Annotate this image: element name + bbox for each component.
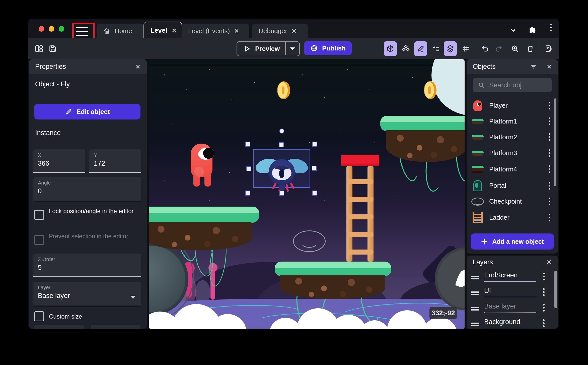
tab-debugger[interactable]: Debugger bbox=[252, 24, 308, 38]
resize-handle-e[interactable] bbox=[312, 166, 317, 171]
layer-menu-kebab-icon[interactable] bbox=[543, 322, 545, 324]
resize-handle-sw[interactable] bbox=[245, 191, 250, 196]
objects-panel-header: Objects bbox=[467, 59, 558, 74]
drag-handle-icon[interactable] bbox=[471, 276, 479, 277]
edit-object-label: Edit object bbox=[77, 108, 110, 116]
chevron-down-icon[interactable] bbox=[509, 26, 518, 35]
resize-handle-nw[interactable] bbox=[245, 142, 250, 147]
resize-handle-w[interactable] bbox=[246, 166, 251, 171]
layer-menu-kebab-icon[interactable] bbox=[543, 276, 545, 277]
custom-size-label: Custom size bbox=[49, 312, 82, 321]
search-input[interactable]: Search obj... bbox=[473, 78, 552, 92]
platform-grass[interactable] bbox=[149, 207, 259, 223]
checkpoint-eye[interactable] bbox=[293, 230, 326, 252]
publish-button[interactable]: Publish bbox=[304, 41, 352, 55]
object-row-platform4[interactable]: Platform4 bbox=[467, 161, 558, 177]
layers-title: Layers bbox=[473, 258, 546, 266]
tab-level-events[interactable]: Level (Events) bbox=[182, 24, 249, 38]
properties-panel-icon[interactable] bbox=[414, 41, 427, 56]
moon[interactable] bbox=[431, 59, 465, 115]
object-row-platform1[interactable]: Platform1 bbox=[467, 113, 558, 129]
coin[interactable] bbox=[424, 81, 436, 99]
object-row-portal[interactable]: Portal bbox=[467, 178, 558, 194]
z-order-field[interactable]: Z Order 5 bbox=[33, 254, 141, 277]
preview-dropdown-button[interactable] bbox=[286, 47, 299, 50]
object-row-ladder[interactable]: Ladder bbox=[467, 210, 558, 225]
macos-zoom-button[interactable] bbox=[59, 26, 64, 32]
object-menu-kebab-icon[interactable] bbox=[549, 185, 550, 187]
object-row-platform2[interactable]: Platform2 bbox=[467, 129, 558, 145]
layer-menu-kebab-icon[interactable] bbox=[543, 291, 545, 293]
macos-minimize-button[interactable] bbox=[49, 26, 54, 32]
filter-icon[interactable] bbox=[530, 63, 537, 70]
close-icon[interactable] bbox=[291, 28, 297, 34]
save-icon[interactable] bbox=[46, 41, 59, 56]
main-menu-button[interactable] bbox=[76, 23, 88, 40]
layers-scrollbar[interactable] bbox=[554, 271, 557, 308]
macos-close-button[interactable] bbox=[39, 26, 44, 32]
fly-eye bbox=[272, 166, 291, 180]
drag-handle-icon[interactable] bbox=[471, 307, 479, 308]
object-menu-kebab-icon[interactable] bbox=[549, 201, 550, 202]
redo-icon[interactable] bbox=[492, 41, 505, 56]
platform-grass[interactable] bbox=[275, 262, 391, 276]
object-menu-kebab-icon[interactable] bbox=[549, 168, 550, 170]
layers-panel-icon[interactable] bbox=[444, 41, 457, 56]
tab-level[interactable]: Level bbox=[143, 22, 182, 39]
layout-panels-icon[interactable] bbox=[32, 41, 45, 56]
x-field[interactable]: X 366 bbox=[33, 149, 85, 173]
angle-field[interactable]: Angle 0 bbox=[33, 177, 141, 201]
layer-row-ui[interactable]: UI bbox=[467, 284, 558, 300]
platform-grass[interactable] bbox=[380, 116, 465, 131]
scene-properties-icon[interactable] bbox=[542, 41, 555, 56]
trash-icon[interactable] bbox=[524, 41, 537, 56]
tab-home[interactable]: Home bbox=[97, 24, 144, 38]
rotate-handle[interactable] bbox=[279, 129, 284, 134]
custom-size-checkbox[interactable] bbox=[34, 311, 44, 321]
grid-icon[interactable] bbox=[459, 41, 472, 56]
coin[interactable] bbox=[277, 81, 290, 99]
instances-list-icon[interactable] bbox=[430, 41, 443, 56]
close-icon[interactable] bbox=[546, 64, 552, 69]
edit-object-button[interactable]: Edit object bbox=[34, 104, 140, 119]
undo-icon[interactable] bbox=[479, 41, 492, 56]
drag-handle-icon[interactable] bbox=[471, 291, 479, 293]
layer-row-endscreen[interactable]: EndScreen bbox=[467, 269, 558, 284]
objects-scrollbar[interactable] bbox=[554, 98, 556, 186]
tab-label: Home bbox=[115, 27, 132, 35]
layer-row-base-layer[interactable]: Base layer bbox=[467, 300, 558, 315]
close-icon[interactable] bbox=[234, 28, 239, 34]
resize-handle-n[interactable] bbox=[279, 142, 284, 147]
layer-select[interactable]: Layer Base layer bbox=[33, 282, 141, 306]
resize-handle-ne[interactable] bbox=[312, 142, 317, 147]
object-groups-icon[interactable] bbox=[399, 41, 412, 56]
object-row-checkpoint[interactable]: Checkpoint bbox=[467, 194, 558, 209]
lock-position-checkbox[interactable] bbox=[34, 210, 44, 220]
close-icon[interactable] bbox=[171, 28, 177, 33]
object-row-player[interactable]: Player bbox=[467, 98, 558, 113]
extensions-puzzle-icon[interactable] bbox=[528, 26, 537, 35]
object-menu-kebab-icon[interactable] bbox=[549, 120, 550, 122]
layer-menu-kebab-icon[interactable] bbox=[543, 307, 545, 309]
objects-editor-icon[interactable] bbox=[384, 41, 397, 56]
resize-handle-s[interactable] bbox=[279, 191, 284, 196]
window-menu-kebab-icon[interactable] bbox=[550, 27, 552, 28]
object-menu-kebab-icon[interactable] bbox=[549, 105, 550, 106]
zoom-in-icon[interactable] bbox=[508, 41, 522, 56]
add-object-button[interactable]: Add a new object bbox=[471, 233, 554, 250]
scene-canvas[interactable]: 332;-92 bbox=[149, 59, 465, 329]
ladder-top-cap[interactable] bbox=[341, 155, 379, 166]
preview-button[interactable]: Preview bbox=[237, 41, 300, 56]
close-icon[interactable] bbox=[135, 64, 141, 69]
home-icon bbox=[103, 27, 111, 35]
object-row-platform3[interactable]: Platform3 bbox=[467, 145, 558, 161]
drag-handle-icon[interactable] bbox=[471, 323, 479, 324]
y-field[interactable]: Y 172 bbox=[89, 149, 141, 173]
layer-row-background[interactable]: Background bbox=[467, 315, 558, 329]
prevent-selection-checkbox[interactable] bbox=[34, 235, 44, 245]
resize-handle-se[interactable] bbox=[312, 191, 317, 196]
object-menu-kebab-icon[interactable] bbox=[549, 217, 550, 218]
object-menu-kebab-icon[interactable] bbox=[549, 152, 550, 154]
object-menu-kebab-icon[interactable] bbox=[549, 136, 550, 138]
close-icon[interactable] bbox=[546, 259, 552, 265]
